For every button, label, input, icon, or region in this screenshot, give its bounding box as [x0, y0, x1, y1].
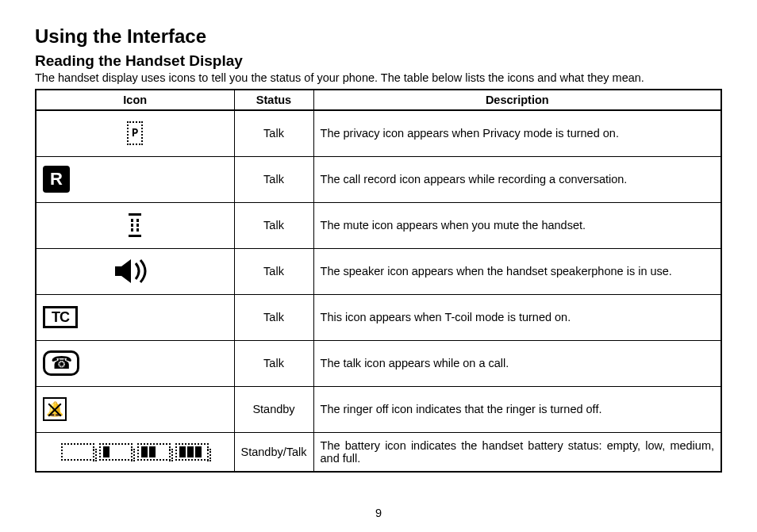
svg-marker-1 — [121, 259, 131, 283]
privacy-icon — [127, 121, 143, 145]
intro-paragraph: The handset display uses icons to tell y… — [35, 71, 722, 84]
icon-cell: ☎ — [36, 340, 234, 386]
icon-cell — [36, 248, 234, 294]
icon-cell: 🔔 — [36, 386, 234, 432]
talk-icon: ☎ — [43, 350, 79, 376]
table-header-row: Icon Status Description — [36, 90, 721, 110]
table-row: Talk The speaker icon appears when the h… — [36, 248, 721, 294]
section-heading: Reading the Handset Display — [35, 52, 722, 70]
header-icon: Icon — [36, 90, 234, 110]
status-cell: Talk — [234, 340, 313, 386]
record-icon: R — [43, 166, 70, 193]
battery-low-icon — [99, 443, 133, 461]
description-cell: The speaker icon appears when the handse… — [313, 248, 721, 294]
battery-medium-icon — [137, 443, 171, 461]
svg-rect-0 — [115, 266, 121, 276]
table-row: Talk The privacy icon appears when Priva… — [36, 110, 721, 156]
header-description: Description — [313, 90, 721, 110]
mute-icon — [126, 213, 144, 237]
status-cell: Standby/Talk — [234, 432, 313, 472]
status-cell: Talk — [234, 156, 313, 202]
description-cell: The battery icon indicates the handset b… — [313, 432, 721, 472]
description-cell: The privacy icon appears when Privacy mo… — [313, 110, 721, 156]
icon-cell — [36, 202, 234, 248]
description-cell: This icon appears when T-coil mode is tu… — [313, 294, 721, 340]
icon-reference-table: Icon Status Description Talk The privacy… — [35, 89, 722, 473]
status-cell: Talk — [234, 202, 313, 248]
table-row: Talk The mute icon appears when you mute… — [36, 202, 721, 248]
description-cell: The mute icon appears when you mute the … — [313, 202, 721, 248]
header-status: Status — [234, 90, 313, 110]
status-cell: Talk — [234, 110, 313, 156]
description-cell: The call record icon appears while recor… — [313, 156, 721, 202]
icon-cell — [36, 432, 234, 472]
description-cell: The talk icon appears while on a call. — [313, 340, 721, 386]
icon-cell: TC — [36, 294, 234, 340]
icon-cell — [36, 110, 234, 156]
ringer-off-icon: 🔔 — [43, 397, 67, 421]
status-cell: Talk — [234, 248, 313, 294]
tcoil-icon: TC — [43, 306, 78, 328]
description-cell: The ringer off icon indicates that the r… — [313, 386, 721, 432]
document-page: Using the Interface Reading the Handset … — [0, 0, 757, 532]
table-row: Standby/Talk The battery icon indicates … — [36, 432, 721, 472]
battery-full-icon — [175, 443, 209, 461]
table-row: R Talk The call record icon appears whil… — [36, 156, 721, 202]
speaker-icon — [113, 257, 156, 285]
table-row: ☎ Talk The talk icon appears while on a … — [36, 340, 721, 386]
battery-icon — [43, 443, 228, 461]
icon-cell: R — [36, 156, 234, 202]
status-cell: Standby — [234, 386, 313, 432]
status-cell: Talk — [234, 294, 313, 340]
page-title: Using the Interface — [35, 25, 722, 48]
table-row: TC Talk This icon appears when T-coil mo… — [36, 294, 721, 340]
table-row: 🔔 Standby The ringer off icon indicates … — [36, 386, 721, 432]
battery-empty-icon — [61, 443, 94, 461]
page-number: 9 — [0, 507, 757, 519]
